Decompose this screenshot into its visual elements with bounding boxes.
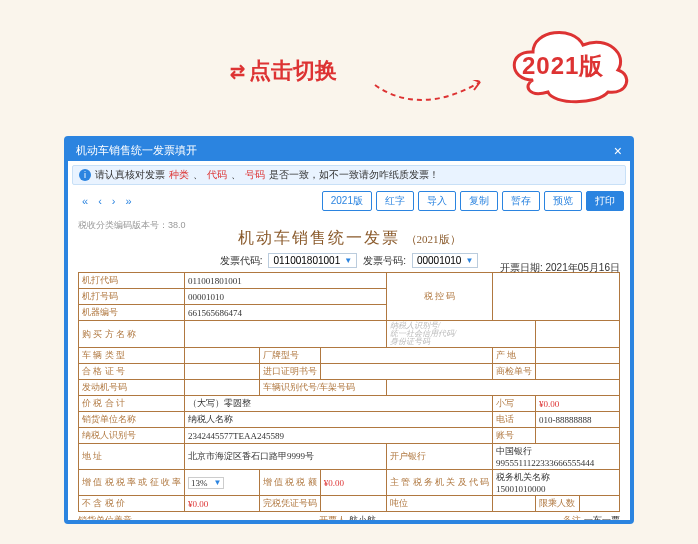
chevron-down-icon: ▼	[344, 256, 352, 265]
veh-type-label: 车 辆 类 型	[79, 348, 185, 364]
copy-button[interactable]: 复制	[460, 191, 498, 211]
invoice-code-label: 发票代码:	[220, 254, 263, 268]
preview-button[interactable]: 预览	[544, 191, 582, 211]
acct-label: 账号	[493, 428, 536, 444]
passengers-label: 限乘人数	[536, 496, 580, 512]
id-hint: 纳税人识别号/ 统一社会信用代码/ 身份证号码	[387, 321, 536, 348]
toolbar: « ‹ › » 2021版 红字 导入 复制 暂存 预览 打印	[68, 189, 630, 215]
buyer-input[interactable]	[185, 321, 387, 348]
tonnage-label: 吨位	[387, 496, 493, 512]
buyer-label: 购 买 方 名 称	[79, 321, 185, 348]
seller-label: 销货单位名称	[79, 412, 185, 428]
import-label: 进口证明书号	[259, 364, 320, 380]
invoice-num-label: 发票号码:	[363, 254, 406, 268]
seller-taxid-value: 2342445577TEAA245589	[185, 428, 493, 444]
swap-icon: ⇄	[230, 62, 245, 82]
auth-value: 税务机关名称 15001010000	[493, 470, 620, 496]
buyer-id-input[interactable]	[536, 321, 620, 348]
passengers-input[interactable]	[580, 496, 620, 512]
taxctrl-value	[493, 273, 620, 321]
cert-input[interactable]	[185, 364, 260, 380]
notax-label: 不 含 税 价	[79, 496, 185, 512]
insp-input[interactable]	[536, 364, 620, 380]
version-2021-button[interactable]: 2021版	[322, 191, 372, 211]
addr-label: 地 址	[79, 444, 185, 470]
invoice-code-select[interactable]: 011001801001▼	[268, 253, 357, 268]
tonnage-input[interactable]	[493, 496, 536, 512]
tel-label: 电话	[493, 412, 536, 428]
pricetax-value: （大写）零圆整	[185, 396, 493, 412]
taxctrl-label: 税 控 码	[387, 273, 493, 321]
jdnum-label: 机打号码	[79, 289, 185, 305]
brand-label: 厂牌型号	[259, 348, 320, 364]
close-icon[interactable]: ×	[614, 144, 622, 158]
nav-last-icon[interactable]: »	[125, 195, 131, 207]
origin-input[interactable]	[536, 348, 620, 364]
note-label: 备注	[563, 515, 581, 520]
chevron-down-icon: ▼	[465, 256, 473, 265]
invoice-window: 机动车销售统一发票填开 × i 请认真核对发票 种类、 代码、 号码 是否一致，…	[64, 136, 634, 524]
engine-label: 发动机号码	[79, 380, 185, 396]
nav-first-icon[interactable]: «	[82, 195, 88, 207]
version-cloud-text: 2021版	[522, 50, 604, 82]
paycert-input[interactable]	[320, 496, 386, 512]
invoice-table: 机打代码 011001801001 税 控 码 机打号码 00001010 机器…	[78, 272, 620, 512]
vat-amt-label: 增 值 税 税 额	[259, 470, 320, 496]
jdcode-value: 011001801001	[185, 273, 387, 289]
dashed-arrow	[370, 80, 490, 140]
notax-value: ¥0.00	[185, 496, 260, 512]
acct-input[interactable]	[536, 428, 620, 444]
version-cloud: 2021版	[498, 20, 638, 105]
veh-type-input[interactable]	[185, 348, 260, 364]
origin-label: 产 地	[493, 348, 536, 364]
window-title: 机动车销售统一发票填开	[76, 143, 197, 158]
lower-value: ¥0.00	[536, 396, 620, 412]
bank-label: 开户银行	[387, 444, 493, 470]
nav-next-icon[interactable]: ›	[112, 195, 116, 207]
vat-select[interactable]: 13%▼	[185, 470, 260, 496]
nav-prev-icon[interactable]: ‹	[98, 195, 102, 207]
paycert-label: 完税凭证号码	[259, 496, 320, 512]
note-value: 一车一票	[584, 515, 620, 520]
document-body: 税收分类编码版本号：38.0 机动车销售统一发票 （2021版） 发票代码: 0…	[68, 215, 630, 520]
seal-label: 销货单位盖章	[78, 515, 132, 520]
switch-hint: ⇄点击切换	[230, 56, 337, 86]
titlebar: 机动车销售统一发票填开 ×	[68, 140, 630, 161]
seller-value: 纳税人名称	[185, 412, 493, 428]
issuer-label: 开票人	[319, 515, 346, 520]
issuer-value: 航小航	[349, 515, 376, 520]
addr-value: 北京市海淀区香石口路甲9999号	[185, 444, 387, 470]
engine-input[interactable]	[185, 380, 260, 396]
vin-input[interactable]	[387, 380, 620, 396]
cert-label: 合 格 证 号	[79, 364, 185, 380]
brand-input[interactable]	[320, 348, 492, 364]
vat-amt-value: ¥0.00	[320, 470, 386, 496]
red-button[interactable]: 红字	[376, 191, 414, 211]
vat-label: 增 值 税 税 率 或 征 收 率	[79, 470, 185, 496]
print-button[interactable]: 打印	[586, 191, 624, 211]
warning-bar: i 请认真核对发票 种类、 代码、 号码 是否一致，如不一致请勿咋纸质发票！	[72, 165, 626, 185]
hold-button[interactable]: 暂存	[502, 191, 540, 211]
seller-taxid-label: 纳税人识别号	[79, 428, 185, 444]
bank-value: 中国银行9955511122333666555444	[493, 444, 620, 470]
import-input[interactable]	[320, 364, 492, 380]
vin-label: 车辆识别代号/车架号码	[259, 380, 386, 396]
pricetax-label: 价 税 合 计	[79, 396, 185, 412]
jqnum-label: 机器编号	[79, 305, 185, 321]
import-button[interactable]: 导入	[418, 191, 456, 211]
invoice-num-select[interactable]: 00001010▼	[412, 253, 478, 268]
insp-label: 商检单号	[493, 364, 536, 380]
chevron-down-icon: ▼	[214, 478, 222, 487]
lower-label: 小写	[493, 396, 536, 412]
info-icon: i	[79, 169, 91, 181]
tel-value: 010-88888888	[536, 412, 620, 428]
issue-date: 开票日期: 2021年05月16日	[500, 261, 620, 275]
jdcode-label: 机打代码	[79, 273, 185, 289]
jdnum-value: 00001010	[185, 289, 387, 305]
auth-label: 主 管 税 务 机 关 及 代 码	[387, 470, 493, 496]
nav-icons: « ‹ › »	[74, 195, 132, 207]
jqnum-value: 661565686474	[185, 305, 387, 321]
footer-row-1: 销货单位盖章 开票人 航小航 备注 一车一票	[78, 512, 620, 520]
